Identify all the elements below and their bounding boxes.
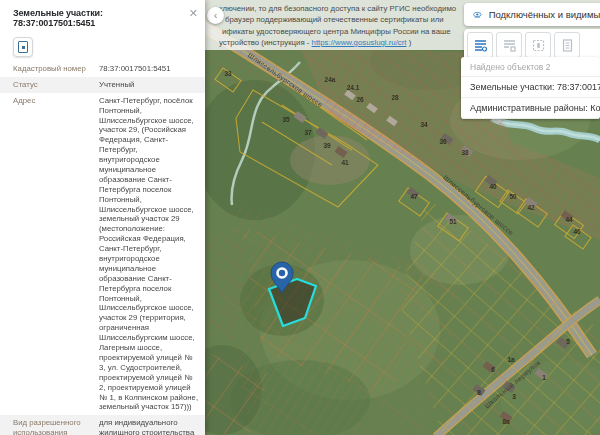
svg-text:6: 6 <box>491 366 495 373</box>
results-count: Найдено объектов 2 <box>461 57 600 77</box>
svg-text:38: 38 <box>461 149 469 156</box>
svg-text:1а: 1а <box>507 356 515 363</box>
locate-object-button[interactable] <box>13 37 33 57</box>
attribute-table: Кадастровый номер 78:37:0017501:5451 Ста… <box>0 61 205 435</box>
list-panel-icon <box>503 39 516 52</box>
svg-text:41: 41 <box>341 159 349 166</box>
panel-header: Земельные участки: 78:37:0017501:5451 ✕ <box>0 0 205 32</box>
svg-text:46: 46 <box>573 228 581 235</box>
svg-text:44: 44 <box>565 216 573 223</box>
extent-icon <box>18 41 28 53</box>
svg-text:8: 8 <box>477 389 481 396</box>
svg-text:3: 3 <box>512 393 516 400</box>
chevron-left-icon: ‹ <box>214 10 218 21</box>
list-search-icon <box>474 39 487 52</box>
eye-layers-icon <box>473 9 482 21</box>
svg-text:26: 26 <box>356 96 364 103</box>
document-icon <box>561 39 574 52</box>
close-icon[interactable]: ✕ <box>189 7 198 20</box>
table-row: Статус Учтенный <box>0 77 205 93</box>
svg-text:42: 42 <box>527 204 535 211</box>
selection-frame-icon <box>532 39 545 52</box>
svg-text:28: 28 <box>391 94 399 101</box>
results-list-button[interactable] <box>467 32 493 58</box>
collapse-panel-button[interactable]: ‹ <box>207 7 224 24</box>
svg-text:50: 50 <box>509 193 517 200</box>
report-document-button[interactable] <box>554 32 580 58</box>
svg-text:34: 34 <box>420 121 428 128</box>
object-info-panel: Земельные участки: 78:37:0017501:5451 ✕ … <box>0 0 205 435</box>
search-results-card: Найдено объектов 2 Земельные участки: 78… <box>461 57 600 119</box>
panel-title: Земельные участки: 78:37:0017501:5451 <box>13 8 185 28</box>
rgis-app: Шлиссельбургское шоссе Шлиссельбургское … <box>0 0 600 435</box>
svg-text:37: 37 <box>304 129 312 136</box>
svg-text:51: 51 <box>449 218 457 225</box>
svg-text:36: 36 <box>439 138 447 145</box>
svg-text:24.1: 24.1 <box>347 84 360 91</box>
svg-text:35: 35 <box>282 116 290 123</box>
svg-text:1: 1 <box>542 374 546 381</box>
result-item-land-parcels[interactable]: Земельные участки: 78:37:0017501:5451 <box>461 77 600 98</box>
visibility-selector-label: Подключённых и видимых <box>489 9 600 20</box>
table-row: Адрес Санкт-Петербург, посёлок Понтонный… <box>0 93 205 416</box>
svg-text:47: 47 <box>410 193 418 200</box>
layer-visibility-selector[interactable]: Подключённых и видимых <box>464 3 600 26</box>
table-row: Вид разрешенного использования для индив… <box>0 415 205 435</box>
svg-text:8а: 8а <box>502 418 510 425</box>
result-item-admin-districts[interactable]: Административные районы: Колпинский <box>461 98 600 119</box>
svg-text:39: 39 <box>323 142 331 149</box>
svg-text:33: 33 <box>224 70 232 77</box>
select-area-button[interactable] <box>525 32 551 58</box>
svg-text:40: 40 <box>489 183 497 190</box>
grouped-list-button[interactable] <box>496 32 522 58</box>
svg-text:24а: 24а <box>325 76 336 83</box>
gosuslugi-link[interactable]: https://www.gosuslugi.ru/crt <box>312 38 407 47</box>
table-row: Кадастровый номер 78:37:0017501:5451 <box>0 61 205 77</box>
svg-text:5: 5 <box>566 338 570 345</box>
